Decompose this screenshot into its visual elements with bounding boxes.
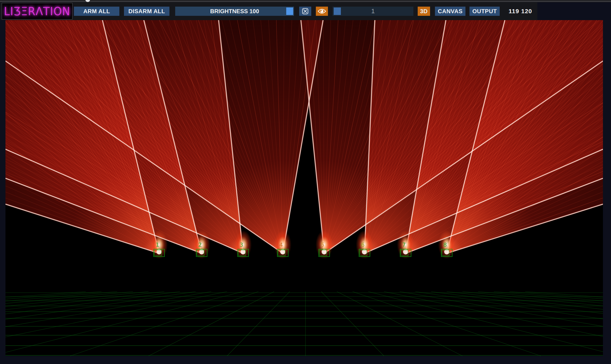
crossed-box-icon (301, 7, 309, 15)
preview-3d-canvas[interactable]: 12345678 (5, 20, 603, 356)
main-toolbar: LIƷΞRΛTION ARM ALL DISARM ALL BRIGHTNESS… (0, 2, 537, 20)
canvas-label: CANVAS (438, 8, 463, 15)
disarm-all-label: DISARM ALL (128, 8, 165, 15)
disarm-all-button[interactable]: DISARM ALL (124, 7, 169, 16)
floor-grid (5, 292, 603, 356)
projector-number-8: 8 (443, 241, 447, 248)
projector-number-2: 2 (198, 241, 202, 248)
brightness-slider-handle[interactable] (286, 7, 293, 15)
frame-slider-handle[interactable] (334, 7, 341, 15)
projector-number-5: 5 (321, 241, 324, 248)
output-button[interactable]: OUTPUT (469, 7, 500, 16)
preview-toggle-button[interactable] (316, 7, 328, 16)
view-3d-label: 3D (420, 8, 428, 15)
app-logo: LIƷΞRΛTION (2, 3, 72, 20)
canvas-button[interactable]: CANVAS (435, 7, 465, 16)
projector-number-1: 1 (156, 241, 159, 248)
brightness-label: BRIGHTNESS 100 (210, 8, 259, 15)
laser-control-app: { "window": { "top_dot_icon": "window-in… (0, 0, 611, 364)
output-label: OUTPUT (472, 8, 497, 15)
frame-value: 1 (371, 7, 375, 15)
view-3d-button[interactable]: 3D (418, 7, 430, 16)
eye-icon (318, 8, 326, 14)
test-pattern-button[interactable] (299, 7, 311, 16)
projector-number-3: 3 (240, 241, 243, 248)
projector-number-6: 6 (361, 241, 365, 248)
projector-number-4: 4 (279, 241, 283, 248)
status-counters: 119 120 (509, 7, 532, 16)
brightness-slider[interactable]: BRIGHTNESS 100 (175, 7, 294, 16)
arm-all-button[interactable]: ARM ALL (74, 7, 119, 16)
projector-number-7: 7 (402, 241, 406, 248)
arm-all-label: ARM ALL (83, 8, 110, 15)
app-logo-text: LIƷΞRΛTION (4, 5, 70, 18)
window-top-band (0, 1, 611, 2)
frame-slider[interactable]: 1 (333, 7, 413, 16)
counters-value: 119 120 (509, 8, 532, 15)
window-top-strip (0, 0, 611, 2)
